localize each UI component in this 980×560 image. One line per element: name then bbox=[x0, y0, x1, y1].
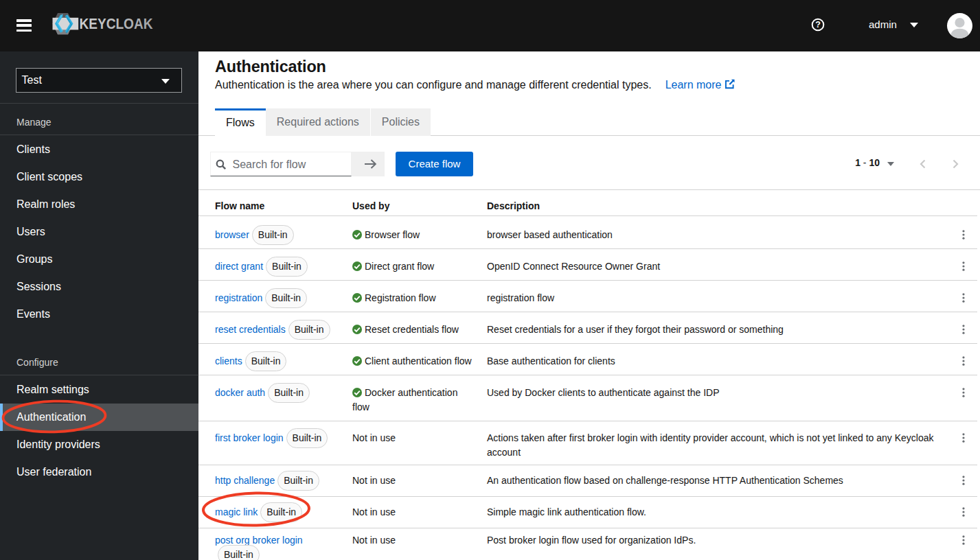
svg-text:KEYCLOAK: KEYCLOAK bbox=[80, 15, 153, 32]
svg-text:?: ? bbox=[815, 20, 821, 30]
